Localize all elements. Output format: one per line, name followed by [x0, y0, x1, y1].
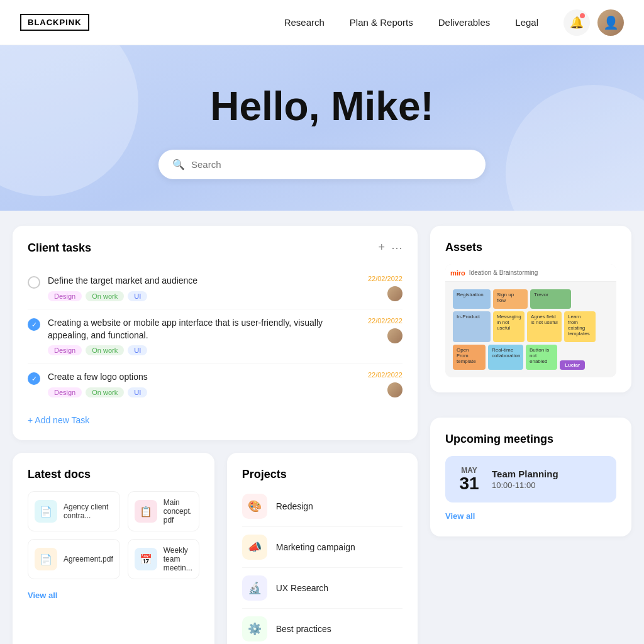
- task-meta: 22/02/2022: [368, 317, 402, 343]
- project-name: Best practices: [276, 624, 331, 634]
- task-title: Define the target market and audience: [48, 275, 360, 287]
- task-date: 22/02/2022: [368, 317, 402, 325]
- meetings-view-all-button[interactable]: View all: [445, 511, 475, 521]
- right-column: Assets miro Ideation & Brainstorming Reg…: [430, 226, 631, 644]
- task-checkbox[interactable]: [28, 276, 40, 289]
- assets-preview[interactable]: miro Ideation & Brainstorming Registrati…: [445, 264, 616, 377]
- search-icon: 🔍: [172, 158, 185, 170]
- doc-item[interactable]: 📅 Weekly team meetin...: [128, 539, 199, 579]
- latest-docs-card: Latest docs 📄 Agency client contra... 📋 …: [13, 453, 214, 644]
- nav-legal[interactable]: Legal: [515, 17, 538, 28]
- latest-docs-title: Latest docs: [28, 468, 199, 481]
- sticky-note: Real-time collaboration: [488, 345, 523, 370]
- project-item[interactable]: 🎨 Redesign: [242, 486, 402, 527]
- task-item: ✓ Create a few logo options Design On wo…: [28, 364, 402, 405]
- tag-onwork: On work: [86, 291, 124, 301]
- task-content: Define the target market and audience De…: [48, 275, 360, 301]
- notification-badge: [580, 13, 585, 18]
- nav-actions: 🔔 👤: [564, 9, 624, 36]
- doc-item[interactable]: 📄 Agency client contra...: [28, 491, 120, 531]
- notification-bell[interactable]: 🔔: [564, 9, 590, 36]
- task-tags: Design On work UI: [48, 345, 360, 355]
- navbar: BLACKPINK Research Plan & Reports Delive…: [0, 0, 644, 45]
- task-item: Define the target market and audience De…: [28, 267, 402, 309]
- project-icon: ⚙️: [242, 616, 267, 641]
- left-column: Client tasks + ⋯ Define the target marke…: [13, 226, 418, 644]
- task-date: 22/02/2022: [368, 275, 402, 282]
- task-tags: Design On work UI: [48, 387, 360, 397]
- upcoming-meetings-card: Upcoming meetings May 31 Team Planning 1…: [430, 418, 631, 536]
- nav-research[interactable]: Research: [284, 17, 325, 28]
- task-assignee-avatar: [387, 382, 402, 397]
- user-avatar[interactable]: 👤: [597, 9, 624, 36]
- nav-plan-reports[interactable]: Plan & Reports: [350, 17, 413, 28]
- doc-name: Agency client contra...: [64, 502, 113, 520]
- task-meta: 22/02/2022: [368, 275, 402, 301]
- sticky-note: Registration: [453, 289, 491, 309]
- miro-board: miro Ideation & Brainstorming Registrati…: [445, 264, 616, 377]
- doc-name: Agreement.pdf: [64, 555, 113, 564]
- doc-item[interactable]: 📄 Agreement.pdf: [28, 539, 120, 579]
- main-grid: Client tasks + ⋯ Define the target marke…: [0, 211, 644, 644]
- sticky-note: Button is not enabled: [526, 345, 557, 370]
- miro-board-name: Ideation & Brainstorming: [469, 269, 538, 276]
- assets-title: Assets: [445, 241, 616, 254]
- project-icon: 🎨: [242, 494, 267, 519]
- tag-ui: UI: [128, 387, 147, 397]
- doc-icon: 📄: [35, 500, 57, 523]
- sticky-note: Messaging in not useful: [493, 311, 525, 342]
- task-tags: Design On work UI: [48, 291, 360, 301]
- client-tasks-title: Client tasks: [28, 242, 91, 255]
- add-task-icon[interactable]: +: [378, 241, 385, 255]
- brand-logo[interactable]: BLACKPINK: [20, 14, 89, 31]
- project-item[interactable]: 🔬 UX Research: [242, 568, 402, 609]
- tasks-header-actions: + ⋯: [378, 241, 402, 255]
- doc-name: Weekly team meetin...: [164, 546, 192, 572]
- task-meta: 22/02/2022: [368, 371, 402, 397]
- tag-design: Design: [48, 387, 82, 397]
- add-task-button[interactable]: + Add new Task: [28, 415, 89, 425]
- miro-logo: miro: [450, 269, 465, 277]
- project-name: Redesign: [276, 501, 313, 511]
- miro-header: miro Ideation & Brainstorming: [445, 264, 616, 282]
- doc-icon: 📅: [135, 548, 157, 570]
- tag-design: Design: [48, 345, 82, 355]
- task-assignee-avatar: [387, 286, 402, 301]
- project-item[interactable]: 📣 Marketing campaign: [242, 527, 402, 568]
- project-item[interactable]: ⚙️ Best practices: [242, 609, 402, 644]
- sticky-note: Learn from existing templates: [564, 311, 596, 342]
- client-tasks-card: Client tasks + ⋯ Define the target marke…: [13, 226, 418, 440]
- tag-onwork: On work: [86, 387, 124, 397]
- sticky-note: Agnes field is not useful: [527, 311, 562, 342]
- project-icon: 📣: [242, 535, 267, 560]
- meetings-title: Upcoming meetings: [445, 433, 616, 446]
- tag-onwork: On work: [86, 345, 124, 355]
- task-item: ✓ Creating a website or mobile app inter…: [28, 309, 402, 364]
- more-options-icon[interactable]: ⋯: [391, 241, 402, 255]
- task-title: Creating a website or mobile app interfa…: [48, 317, 360, 341]
- sticky-note: Sign up flow: [493, 289, 528, 309]
- task-checkbox-done[interactable]: ✓: [28, 372, 40, 385]
- doc-icon: 📋: [135, 500, 157, 523]
- doc-item[interactable]: 📋 Main concept. pdf: [128, 491, 199, 531]
- tag-ui: UI: [128, 291, 147, 301]
- task-title: Create a few logo options: [48, 371, 360, 384]
- lower-row: Latest docs 📄 Agency client contra... 📋 …: [13, 453, 418, 644]
- task-content: Creating a website or mobile app interfa…: [48, 317, 360, 355]
- docs-grid: 📄 Agency client contra... 📋 Main concept…: [28, 491, 199, 579]
- hero-section: Hello, Mike! 🔍: [0, 45, 644, 211]
- sticky-note: Trevor: [530, 289, 571, 309]
- tag-ui: UI: [128, 345, 147, 355]
- search-bar: 🔍: [158, 150, 486, 179]
- sticky-label: Luciar: [560, 360, 585, 370]
- nav-deliverables[interactable]: Deliverables: [438, 17, 491, 28]
- task-checkbox-done[interactable]: ✓: [28, 318, 40, 331]
- assets-card: Assets miro Ideation & Brainstorming Reg…: [430, 226, 631, 392]
- meeting-item[interactable]: May 31 Team Planning 10:00-11:00: [445, 456, 616, 502]
- project-name: Marketing campaign: [276, 542, 355, 552]
- task-assignee-avatar: [387, 328, 402, 343]
- tag-design: Design: [48, 291, 82, 301]
- search-input[interactable]: [191, 159, 472, 170]
- meeting-time: 10:00-11:00: [492, 480, 558, 490]
- docs-view-all-button[interactable]: View all: [28, 591, 57, 600]
